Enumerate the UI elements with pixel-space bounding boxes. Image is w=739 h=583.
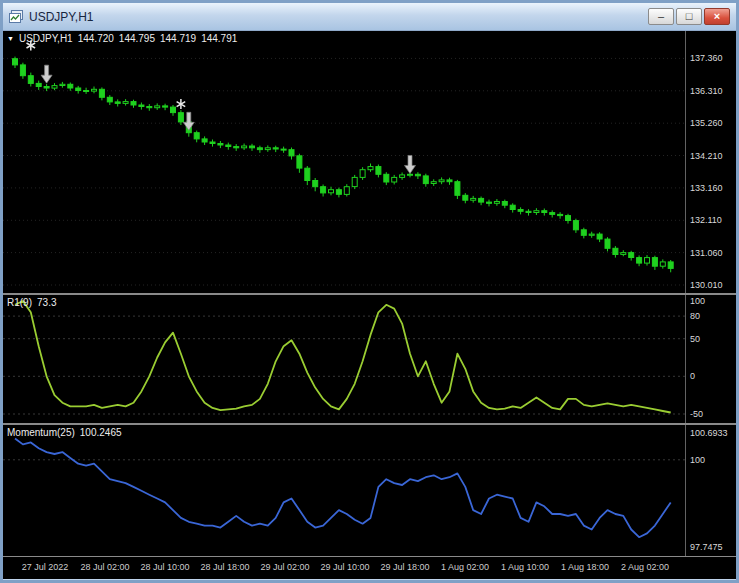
time-axis-label: 28 Jul 02:00	[80, 562, 129, 572]
axis-label: 132.110	[690, 215, 722, 225]
time-axis-label: 28 Jul 10:00	[140, 562, 189, 572]
minimize-button[interactable]: –	[648, 8, 674, 25]
price-panel[interactable]: ▼ USDJPY,H1 144.720 144.795 144.719 144.…	[3, 31, 685, 293]
chart-window-icon	[9, 10, 23, 24]
wpr-panel[interactable]: R1(9) 73.3	[3, 295, 685, 423]
time-axis-label: 28 Jul 18:00	[200, 562, 249, 572]
axis-label: 134.210	[690, 151, 723, 161]
time-axis-label: 1 Aug 10:00	[501, 562, 549, 572]
titlebar[interactable]: USDJPY,H1 – □ ×	[3, 3, 736, 31]
axis-label: 130.010	[690, 280, 723, 290]
axis-label: 136.310	[690, 86, 723, 96]
time-axis[interactable]: 27 Jul 202228 Jul 02:0028 Jul 10:0028 Ju…	[3, 557, 736, 579]
chart-window: USDJPY,H1 – □ × ▼ USDJPY,H1 144.720 144.…	[0, 0, 739, 583]
axis-label: 100	[690, 455, 705, 465]
window-title: USDJPY,H1	[29, 10, 93, 24]
candlestick-chart[interactable]	[3, 31, 685, 293]
trade-star-icon	[177, 99, 186, 109]
price-axis[interactable]: 137.360136.310135.260134.210133.160132.1…	[686, 31, 736, 293]
time-axis-label: 29 Jul 10:00	[320, 562, 369, 572]
axis-label: 0	[690, 371, 695, 381]
window-controls: – □ ×	[648, 8, 730, 25]
axis-label: 50	[690, 334, 700, 344]
axis-label: 135.260	[690, 118, 723, 128]
time-axis-label: 2 Aug 02:00	[621, 562, 669, 572]
momentum-panel[interactable]: Momentum(25) 100.2465	[3, 425, 685, 556]
momentum-axis[interactable]: 100.693310097.7475	[686, 425, 736, 556]
axis-label: 100.6933	[690, 428, 728, 438]
chart-body: ▼ USDJPY,H1 144.720 144.795 144.719 144.…	[3, 31, 736, 579]
close-button[interactable]: ×	[704, 8, 730, 25]
maximize-button[interactable]: □	[676, 8, 702, 25]
axis-label: 137.360	[690, 53, 723, 63]
time-axis-label: 29 Jul 18:00	[380, 562, 429, 572]
trade-down-arrow-icon	[41, 65, 52, 83]
trade-down-arrow-icon	[183, 112, 194, 130]
axis-label: 133.160	[690, 183, 723, 193]
momentum-indicator-chart[interactable]	[3, 425, 685, 556]
wpr-indicator-chart[interactable]	[3, 295, 685, 423]
trade-down-arrow-icon	[405, 155, 416, 173]
wpr-axis[interactable]: 10080500-50	[686, 295, 736, 423]
time-axis-label: 1 Aug 18:00	[561, 562, 609, 572]
time-axis-label: 29 Jul 02:00	[260, 562, 309, 572]
trade-star-icon	[27, 40, 36, 50]
axis-label: 131.060	[690, 248, 723, 258]
axis-label: 97.7475	[690, 542, 723, 552]
time-axis-label: 1 Aug 02:00	[441, 562, 489, 572]
axis-label: 100	[690, 296, 705, 306]
axis-label: 80	[690, 311, 700, 321]
time-axis-label: 27 Jul 2022	[22, 562, 69, 572]
axis-label: -50	[690, 409, 703, 419]
